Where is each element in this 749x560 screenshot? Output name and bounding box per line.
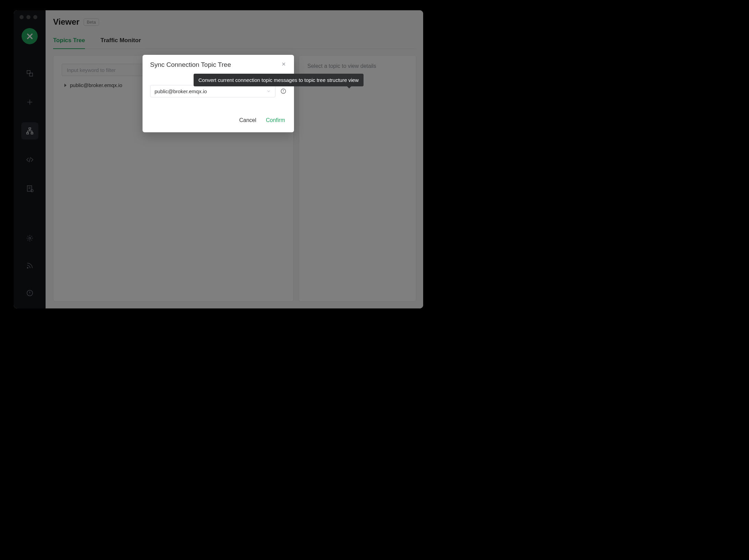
info-button[interactable] (280, 88, 286, 94)
close-icon (281, 61, 286, 67)
chevron-down-icon (266, 89, 271, 94)
tooltip-text: Convert current connection topic message… (198, 77, 359, 83)
tooltip-arrow (347, 86, 352, 88)
select-value: public@broker.emqx.io (155, 88, 207, 94)
tooltip: Convert current connection topic message… (194, 74, 364, 86)
confirm-button[interactable]: Confirm (266, 117, 285, 123)
modal-overlay[interactable] (0, 0, 437, 327)
info-circle-icon (280, 88, 286, 94)
sync-dialog: Sync Connection Topic Tree public@broker… (143, 55, 294, 132)
dialog-close-button[interactable] (281, 61, 286, 69)
dialog-title: Sync Connection Topic Tree (150, 61, 231, 69)
connection-select[interactable]: public@broker.emqx.io (150, 85, 275, 97)
cancel-button[interactable]: Cancel (239, 117, 256, 123)
